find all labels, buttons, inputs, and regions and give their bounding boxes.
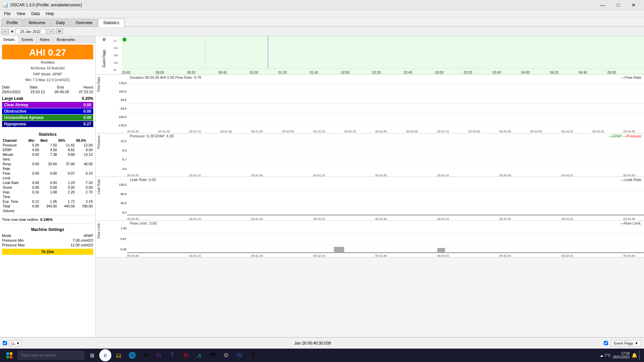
- svg-rect-88: [10, 356, 12, 358]
- end-col-header: End: [57, 85, 64, 89]
- svg-text:00:43:15: 00:43:15: [437, 254, 449, 257]
- dropdown-arrow-icon[interactable]: ▼: [10, 29, 14, 34]
- leak-rate-svg: 00:40:45 00:41:15 00:41:45 00:42:15 00:4…: [127, 177, 644, 220]
- maximize-button[interactable]: □: [610, 0, 626, 10]
- subtab-events[interactable]: Events: [18, 36, 37, 43]
- taskbar-maps-icon[interactable]: 🗺: [207, 349, 219, 361]
- flow-rate-canvas: Duration 00:04:26 AHI 0.00 Flow Rate: 9.…: [127, 75, 644, 133]
- taskbar-teams-icon[interactable]: T: [166, 349, 178, 361]
- svg-text:00:42:45: 00:42:45: [375, 130, 387, 133]
- date-display[interactable]: 25 Jan 2022: [15, 29, 46, 34]
- svg-text:01:00: 01:00: [250, 71, 258, 74]
- svg-text:00:43:45: 00:43:45: [499, 217, 511, 220]
- svg-text:00:42:15: 00:42:15: [313, 174, 325, 177]
- sleep-duration-bar: 7h 23m: [2, 249, 93, 255]
- svg-text:00:41:45: 00:41:45: [251, 174, 263, 177]
- svg-text:00:44:45: 00:44:45: [623, 217, 635, 220]
- menu-data[interactable]: Data: [29, 11, 42, 17]
- leak-rate-title: Leak Rate: 0.00: [130, 178, 156, 182]
- svg-text:00:41:45: 00:41:45: [251, 217, 263, 220]
- svg-rect-86: [10, 352, 12, 355]
- session-data-row: 25/01/2022 23:33:13 06:56:28 07:23:15: [2, 89, 93, 94]
- svg-text:00:42:15: 00:42:15: [313, 254, 325, 257]
- event-flags-checkbox[interactable]: [604, 341, 608, 345]
- menu-file[interactable]: File: [1, 11, 13, 17]
- date-nav: ← ▼ 25 Jan 2022 → ⊳: [0, 27, 644, 36]
- ll-dropdown[interactable]: LL ▼: [10, 340, 21, 346]
- taskbar-chrome-icon[interactable]: 🌐: [126, 349, 138, 361]
- ll-checkbox[interactable]: [3, 341, 7, 345]
- nav-right-button[interactable]: ⊳: [56, 28, 63, 34]
- event-flags-chart-area: 23:40 00:00 00:20 00:40 01:00 01:20 01:4…: [122, 36, 644, 74]
- svg-text:00:42:45: 00:42:45: [375, 174, 387, 177]
- pressure-canvas: Pressure: 9.28 EPAP: 6.28 —EPAP —Pressur…: [127, 133, 644, 177]
- large-leak-row: Large Leak 0.20%: [0, 96, 95, 102]
- close-button[interactable]: ✕: [626, 0, 641, 10]
- taskbar-word-icon[interactable]: W: [233, 349, 246, 361]
- svg-text:00:41:45: 00:41:45: [251, 130, 263, 133]
- unclassified-row: Unclassified Apnoea 0.00: [2, 115, 93, 121]
- taskbar-spotify-icon[interactable]: ♬: [193, 349, 205, 361]
- taskbar-edge-icon[interactable]: e: [99, 349, 111, 361]
- taskbar-search-input[interactable]: [17, 351, 85, 360]
- leak-rate-title-right: —Leak Rate: [621, 178, 641, 182]
- session-hours: 07:23:15: [79, 90, 93, 94]
- svg-text:00:41:30: 00:41:30: [220, 130, 232, 133]
- flow-rate-y-ticks: 170.0 102.0 34.0 -34.0 -102.0 -170.0: [113, 75, 127, 133]
- stats-col-95: 95%: [58, 138, 75, 143]
- menu-help[interactable]: Help: [43, 11, 57, 17]
- show-desktop-button[interactable]: [639, 351, 641, 360]
- taskbar-mail-icon[interactable]: ✉: [140, 349, 152, 361]
- tab-welcome[interactable]: Welcome: [23, 19, 50, 26]
- next-date-button[interactable]: →: [47, 29, 55, 34]
- taskbar-unknown-icon[interactable]: ?: [247, 349, 259, 361]
- svg-rect-85: [6, 352, 9, 355]
- tab-statistics[interactable]: Statistics: [98, 19, 124, 27]
- leak-rate-y-ticks: 120.0 80.0 40.0 0.0: [113, 177, 127, 220]
- stats-row: Limit.: [2, 176, 93, 180]
- machine-setting-row: Pressure Min7.00 cmH2O: [2, 238, 93, 243]
- stats-col-channel: Channel: [2, 138, 28, 143]
- svg-text:00:40:45: 00:40:45: [127, 130, 139, 133]
- stats-row: Insp.0.161.682.202.70: [2, 190, 93, 194]
- machine-setting-row: Pressure Max12.00 cmH2O: [2, 243, 93, 247]
- minimize-button[interactable]: —: [595, 0, 610, 10]
- flow-limit-y-label: Flow Limit.: [96, 221, 112, 240]
- svg-text:00:43:15: 00:43:15: [437, 217, 449, 220]
- taskbar-right: ☁ 7°C 17:34 26/01/2022 🔔: [600, 351, 641, 360]
- svg-text:01:40: 01:40: [310, 71, 318, 74]
- taskbar-netflix-icon[interactable]: N: [180, 349, 192, 361]
- tab-profile[interactable]: Profile: [1, 19, 23, 26]
- event-flags-dropdown[interactable]: Event Flags ▼: [611, 340, 641, 346]
- hypopnoea-label: Hypopnoea: [4, 122, 26, 126]
- time-over-leak-value: 0.196%: [40, 218, 53, 222]
- tab-overview[interactable]: Overview: [70, 19, 97, 26]
- taskbar-settings-icon[interactable]: ⚙: [220, 349, 232, 361]
- leak-rate-y-label: Leak Rate: [96, 178, 112, 196]
- svg-text:00:43:15: 00:43:15: [437, 130, 449, 133]
- windows-start-button[interactable]: [3, 349, 16, 362]
- large-leak-label: Large Leak: [2, 96, 23, 101]
- ef-flags-labels: LL CA OA UA H: [112, 36, 122, 74]
- stats-row: EPAP4.004.508.829.00: [2, 147, 93, 152]
- subtab-bookmarks[interactable]: Bookmarks: [53, 36, 79, 43]
- taskbar-onenote-icon[interactable]: N: [153, 349, 165, 361]
- left-panel: Details Events Notes Bookmarks AHI 0.27 …: [0, 36, 96, 337]
- stats-row: Rate: [2, 166, 93, 171]
- svg-text:00:44:00: 00:44:00: [530, 130, 542, 133]
- taskbar-task-view-button[interactable]: ⊞: [86, 349, 98, 361]
- device-mode: PAP Mode: APAP: [0, 72, 95, 77]
- menu-view[interactable]: View: [14, 11, 28, 17]
- subtab-notes[interactable]: Notes: [37, 36, 53, 43]
- prev-date-button[interactable]: ←: [1, 29, 9, 34]
- subtab-details[interactable]: Details: [0, 36, 18, 43]
- ef-gear-icon[interactable]: ⚙: [102, 37, 106, 42]
- weather-temp: ☁ 7°C: [600, 353, 611, 358]
- hours-col-header: Hours: [84, 85, 93, 89]
- tab-daily[interactable]: Daily: [51, 19, 70, 26]
- taskbar-file-explorer-icon[interactable]: 🗂: [113, 349, 125, 361]
- taskbar-time: 17:34: [621, 352, 630, 355]
- svg-text:00:43:45: 00:43:45: [499, 254, 511, 257]
- time-over-leak-label: Time over leak redline: [2, 218, 38, 222]
- notification-icon[interactable]: 🔔: [632, 353, 637, 358]
